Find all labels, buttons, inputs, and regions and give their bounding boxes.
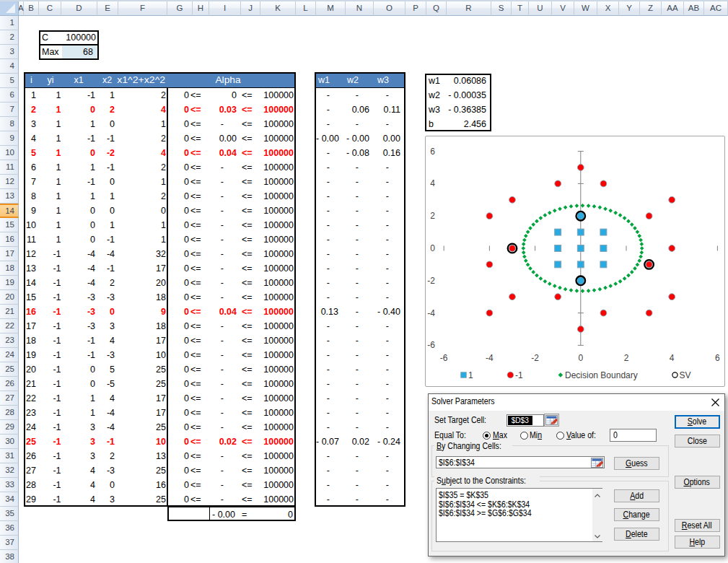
svg-text:6: 6: [715, 353, 720, 363]
svg-text:Decision Boundary: Decision Boundary: [565, 370, 638, 380]
svg-text:6: 6: [430, 147, 435, 157]
svg-text:2: 2: [623, 353, 628, 363]
svg-text:-4: -4: [486, 353, 494, 363]
svg-text:0: 0: [430, 243, 435, 253]
svg-text:-1: -1: [515, 370, 523, 380]
svg-text:4: 4: [430, 178, 435, 188]
svg-text:1: 1: [468, 370, 473, 380]
svg-text:2: 2: [430, 211, 435, 221]
svg-text:-6: -6: [439, 353, 447, 363]
svg-text:4: 4: [669, 353, 674, 363]
svg-text:-2: -2: [531, 353, 539, 363]
svg-text:SV: SV: [679, 370, 690, 380]
svg-text:-4: -4: [427, 308, 435, 318]
svg-text:-6: -6: [427, 340, 435, 350]
svg-text:-2: -2: [427, 276, 435, 286]
svg-text:0: 0: [578, 353, 583, 363]
